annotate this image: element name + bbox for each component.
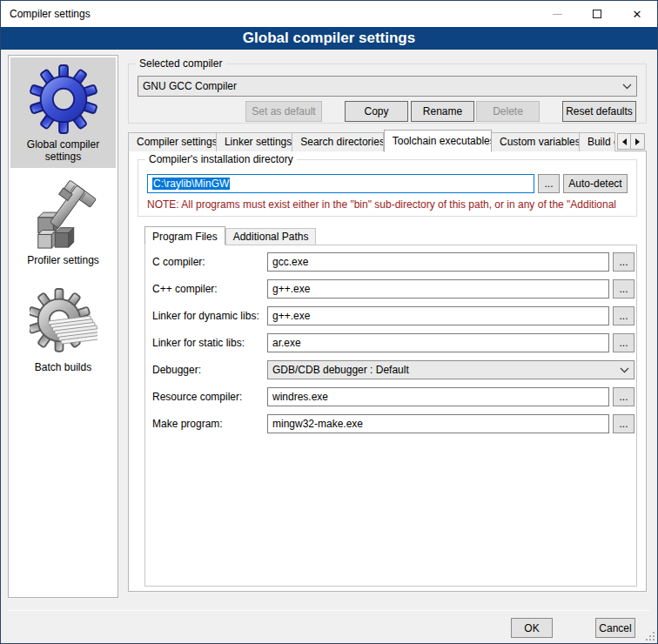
cancel-button[interactable]: Cancel [595,618,635,638]
installation-directory-legend: Compiler's installation directory [145,153,297,165]
cpp-compiler-browse-button[interactable]: ... [613,279,634,299]
sidebar-item-profiler-settings[interactable]: Profiler settings [10,175,116,272]
c-compiler-value: gcc.exe [272,256,308,268]
debugger-select[interactable]: GDB/CDB debugger : Default [267,360,634,379]
rename-button[interactable]: Rename [411,101,474,122]
program-files-notebook: Program Files Additional Paths C compile… [144,225,637,587]
installation-directory-row: C:\raylib\MinGW ... Auto-detect [147,174,628,193]
cpp-compiler-label: C++ compiler: [152,283,267,295]
c-compiler-label: C compiler: [152,256,267,268]
make-program-value: mingw32-make.exe [272,418,363,430]
toolchain-executables-page: Compiler's installation directory C:\ray… [128,151,647,592]
tab-scroll-left-button[interactable] [617,133,631,150]
program-files-panel: C compiler: gcc.exe ... C++ compiler: g+… [144,245,637,587]
reset-defaults-button[interactable]: Reset defaults [562,101,636,122]
linker-static-label: Linker for static libs: [152,337,267,349]
make-program-label: Make program: [152,418,267,430]
selected-compiler-group: Selected compiler GNU GCC Compiler Set a… [128,64,647,124]
linker-dynamic-value: g++.exe [272,310,310,322]
compiler-settings-dialog: { "window": { "title": "Compiler setting… [0,0,658,644]
linker-dynamic-browse-button[interactable]: ... [613,306,634,325]
c-compiler-input[interactable]: gcc.exe [267,252,609,272]
make-program-row: Make program: mingw32-make.exe ... [152,414,634,433]
selected-compiler-select[interactable]: GNU GCC Compiler [138,76,637,97]
installation-directory-group: Compiler's installation directory C:\ray… [138,159,637,217]
selected-text: C:\raylib\MinGW [152,178,230,190]
minimize-icon [553,14,562,15]
tab-scroll-right-button[interactable] [631,133,645,150]
debugger-label: Debugger: [152,364,267,376]
resource-compiler-row: Resource compiler: windres.exe ... [152,387,634,406]
bin-subdirectory-note: NOTE: All programs must exist either in … [147,198,633,211]
right-arrow-icon [635,138,640,145]
maximize-icon [593,10,601,18]
settings-sidebar: Global compiler settings [8,55,118,598]
ok-button[interactable]: OK [511,618,553,638]
linker-static-row: Linker for static libs: ar.exe ... [152,333,634,352]
tab-build-options[interactable]: Build options [580,132,615,151]
tab-search-directories[interactable]: Search directories [292,132,383,151]
set-as-default-button[interactable]: Set as default [245,101,322,122]
sidebar-item-label: Profiler settings [12,254,114,266]
tab-toolchain-executables[interactable]: Toolchain executables [384,130,492,152]
tab-custom-variables[interactable]: Custom variables [492,132,580,151]
c-compiler-row: C compiler: gcc.exe ... [152,252,634,272]
installation-directory-input[interactable]: C:\raylib\MinGW [147,174,534,193]
resource-compiler-input[interactable]: windres.exe [267,387,609,406]
c-compiler-browse-button[interactable]: ... [613,252,634,272]
chevron-down-icon [622,84,632,90]
copy-button[interactable]: Copy [345,101,408,122]
close-button[interactable]: ✕ [617,1,657,27]
tab-scroll-buttons [617,133,645,150]
linker-static-value: ar.exe [272,337,301,349]
chevron-down-icon [620,367,629,373]
settings-tab-strip: Compiler settings Linker settings Search… [128,129,645,151]
resource-compiler-browse-button[interactable]: ... [613,387,634,406]
selected-compiler-legend: Selected compiler [136,57,225,70]
make-program-input[interactable]: mingw32-make.exe [267,414,609,433]
compiler-buttons-row: Set as default Copy Rename Delete Reset … [129,101,636,122]
footer-divider [8,610,650,611]
make-program-browse-button[interactable]: ... [613,414,634,433]
cpp-compiler-value: g++.exe [272,283,310,295]
linker-static-input[interactable]: ar.exe [267,333,609,352]
sidebar-item-label: Batch builds [12,361,114,373]
tab-compiler-settings[interactable]: Compiler settings [128,132,217,151]
maximize-button[interactable] [577,1,617,27]
cpp-compiler-row: C++ compiler: g++.exe ... [152,279,634,299]
cpp-compiler-input[interactable]: g++.exe [267,279,609,299]
blue-gear-icon [30,63,97,136]
tab-linker-settings[interactable]: Linker settings [217,132,292,151]
debugger-row: Debugger: GDB/CDB debugger : Default [152,360,634,379]
debugger-value: GDB/CDB debugger : Default [272,364,616,376]
linker-static-browse-button[interactable]: ... [613,333,634,352]
auto-detect-button[interactable]: Auto-detect [563,174,628,193]
linker-dynamic-input[interactable]: g++.exe [267,306,609,325]
title-bar: Compiler settings ✕ [1,1,657,27]
caliper-icon [30,180,97,252]
minimize-button[interactable] [537,1,577,27]
delete-button[interactable]: Delete [476,101,540,122]
subtab-additional-paths[interactable]: Additional Paths [225,228,317,245]
linker-dynamic-label: Linker for dynamic libs: [152,310,267,322]
resource-compiler-label: Resource compiler: [152,391,267,403]
sub-tab-strip: Program Files Additional Paths [144,225,637,245]
window-title: Compiler settings [1,8,91,20]
resize-grip[interactable] [646,632,655,641]
sidebar-item-batch-builds[interactable]: Batch builds [10,282,116,379]
page-title: Global compiler settings [1,27,657,50]
resource-compiler-value: windres.exe [272,391,328,403]
window-controls: ✕ [537,1,657,27]
close-icon: ✕ [633,9,642,20]
browse-directory-button[interactable]: ... [538,174,560,193]
left-arrow-icon [622,138,627,145]
subtab-program-files[interactable]: Program Files [144,226,225,245]
linker-dynamic-row: Linker for dynamic libs: g++.exe ... [152,306,634,325]
gray-gear-papers-icon [30,287,97,359]
sidebar-item-global-compiler-settings[interactable]: Global compiler settings [10,57,116,168]
sidebar-item-label: Global compiler settings [12,138,114,163]
selected-compiler-value: GNU GCC Compiler [143,80,619,92]
